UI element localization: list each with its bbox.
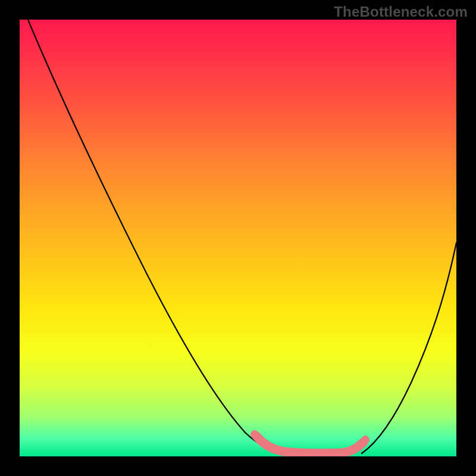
band-dot — [352, 444, 360, 452]
band-dot — [361, 436, 369, 444]
band-dot — [261, 440, 269, 448]
optimal-band — [256, 436, 364, 453]
plot-area — [20, 20, 456, 456]
left-curve — [28, 20, 284, 454]
watermark-text: TheBottleneck.com — [334, 4, 468, 20]
curve-layer — [20, 20, 456, 456]
band-dot — [250, 430, 259, 439]
chart-frame: TheBottleneck.com — [0, 0, 476, 476]
right-curve — [362, 243, 456, 453]
